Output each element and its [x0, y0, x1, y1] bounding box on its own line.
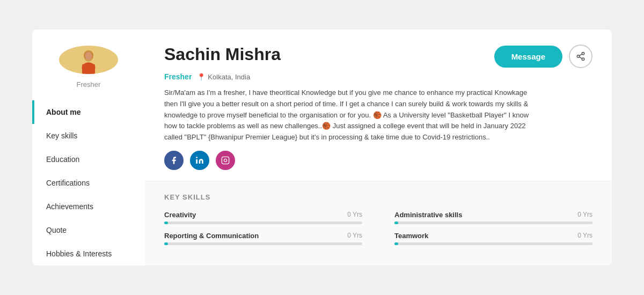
svg-point-13 — [196, 157, 197, 158]
svg-point-4 — [85, 52, 92, 60]
skill-bar-bg-creativity — [164, 222, 362, 224]
profile-role: Fresher — [164, 72, 192, 81]
skill-yrs-creativity: 0 Yrs — [347, 211, 362, 218]
skill-bar-fill-reporting — [164, 242, 168, 245]
skill-yrs-reporting: 0 Yrs — [347, 232, 362, 239]
sidebar-item-key-skills[interactable]: Key skills — [32, 124, 145, 148]
skill-bar-fill-creativity — [164, 222, 168, 224]
main-content: Sachin Mishra Message — [145, 30, 612, 266]
instagram-icon[interactable] — [216, 151, 235, 170]
svg-rect-6 — [82, 64, 95, 74]
location-icon: 📍 — [197, 73, 206, 81]
skills-title: KEY SKILLS — [164, 193, 592, 201]
sidebar-item-quote[interactable]: Quote — [32, 218, 145, 242]
share-icon — [576, 51, 586, 61]
svg-rect-14 — [222, 157, 229, 164]
sidebar: Fresher About me Key skills Education Ce… — [32, 30, 145, 266]
sidebar-nav: About me Key skills Education Certificat… — [32, 100, 145, 266]
profile-actions: Message — [494, 45, 592, 68]
skill-bar-fill-administrative — [394, 222, 398, 224]
message-button[interactable]: Message — [494, 46, 562, 68]
sidebar-item-achievements[interactable]: Achievements — [32, 195, 145, 218]
skill-name-creativity: Creativity — [164, 211, 196, 219]
sidebar-item-about-me[interactable]: About me — [32, 100, 145, 124]
svg-line-11 — [579, 54, 582, 56]
sidebar-item-certifications[interactable]: Certifications — [32, 171, 145, 195]
sidebar-fresher-label: Fresher — [77, 80, 101, 88]
skill-yrs-teamwork: 0 Yrs — [577, 232, 592, 239]
skills-grid: Creativity 0 Yrs Administrative skills 0… — [164, 211, 592, 245]
skill-administrative: Administrative skills 0 Yrs — [394, 211, 592, 224]
facebook-icon[interactable] — [164, 151, 184, 170]
skill-name-teamwork: Teamwork — [394, 232, 428, 240]
skill-teamwork: Teamwork 0 Yrs — [394, 232, 592, 245]
sidebar-item-education[interactable]: Education — [32, 148, 145, 171]
profile-header: Sachin Mishra Message — [145, 30, 612, 181]
skill-bar-bg-teamwork — [394, 242, 592, 245]
skills-section: KEY SKILLS Creativity 0 Yrs Administrati… — [145, 181, 612, 266]
svg-line-10 — [579, 57, 582, 58]
avatar — [59, 46, 118, 74]
skill-bar-bg-reporting — [164, 242, 362, 245]
profile-subtitle: Fresher 📍 Kolkata, India — [164, 72, 592, 81]
profile-name: Sachin Mishra — [164, 45, 281, 64]
profile-location: 📍 Kolkata, India — [197, 73, 250, 81]
profile-bio: Sir/Ma'am as I'm a fresher, I have theor… — [164, 87, 529, 143]
skill-name-reporting: Reporting & Communication — [164, 232, 259, 240]
skill-yrs-administrative: 0 Yrs — [577, 211, 592, 218]
linkedin-icon[interactable] — [190, 151, 209, 170]
page-wrapper: Fresher About me Key skills Education Ce… — [0, 0, 644, 295]
profile-top-row: Sachin Mishra Message — [164, 45, 592, 68]
svg-rect-12 — [196, 159, 197, 164]
skill-reporting: Reporting & Communication 0 Yrs — [164, 232, 362, 245]
location-text: Kolkata, India — [208, 73, 250, 81]
skill-bar-fill-teamwork — [394, 242, 398, 245]
skill-name-administrative: Administrative skills — [394, 211, 462, 219]
skill-bar-bg-administrative — [394, 222, 592, 224]
social-links — [164, 151, 592, 170]
share-button[interactable] — [569, 45, 592, 68]
skill-creativity: Creativity 0 Yrs — [164, 211, 362, 224]
sidebar-item-hobbies[interactable]: Hobbies & Interests — [32, 242, 145, 266]
